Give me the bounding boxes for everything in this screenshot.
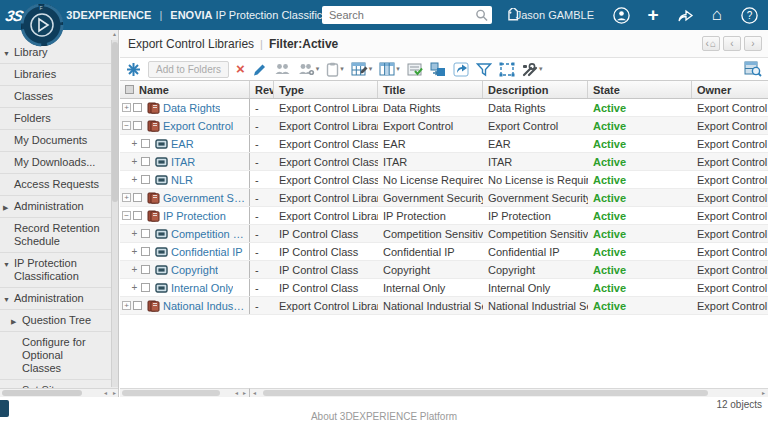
help-icon[interactable]: ? bbox=[740, 6, 758, 24]
edit-pencil-icon[interactable] bbox=[252, 60, 267, 78]
delete-icon[interactable]: × bbox=[236, 60, 245, 78]
row-checkbox[interactable] bbox=[133, 193, 142, 202]
back-home-button[interactable]: ‹ ⌂ bbox=[702, 36, 720, 51]
expand-toggle-icon[interactable]: + bbox=[122, 103, 131, 112]
table-search-icon[interactable] bbox=[744, 60, 762, 78]
object-link[interactable]: Internal Only bbox=[171, 282, 233, 294]
expand-toggle-icon[interactable]: + bbox=[130, 265, 139, 274]
row-checkbox[interactable] bbox=[141, 157, 150, 166]
add-to-folders-button[interactable]: Add to Folders bbox=[148, 61, 229, 78]
row-checkbox[interactable] bbox=[141, 265, 150, 274]
profile-icon[interactable] bbox=[612, 6, 630, 24]
sidebar-vertical-scrollbar[interactable] bbox=[111, 40, 118, 387]
column-header-owner[interactable]: Owner bbox=[692, 81, 768, 98]
scroll-left-icon[interactable]: ◂ bbox=[104, 389, 107, 397]
sidebar-item-my-documents[interactable]: My Documents bbox=[0, 130, 118, 152]
object-link[interactable]: National Industrial Security bbox=[163, 300, 247, 312]
expand-toggle-icon[interactable]: + bbox=[130, 139, 139, 148]
row-checkbox[interactable] bbox=[141, 139, 150, 148]
scroll-right-icon[interactable]: ▸ bbox=[113, 389, 116, 397]
sidebar-item-administration[interactable]: ▶Administration bbox=[0, 196, 118, 218]
column-header-name[interactable]: Name bbox=[120, 81, 250, 98]
sidebar-vertical-scroll-thumb[interactable] bbox=[112, 42, 118, 202]
expand-toggle-icon[interactable]: + bbox=[130, 247, 139, 256]
object-link[interactable]: ITAR bbox=[171, 156, 195, 168]
name-pane-scroll-thumb[interactable] bbox=[122, 390, 220, 396]
sidebar-item-record-retention-schedule[interactable]: Record Retention Schedule bbox=[0, 218, 118, 253]
sidebar-horizontal-scroll-thumb[interactable] bbox=[2, 390, 82, 396]
sidebar-horizontal-scrollbar[interactable]: ◂ ▸ bbox=[0, 388, 119, 397]
name-pane-scrollbar[interactable]: ◂ ▸ bbox=[120, 388, 250, 397]
sidebar-item-administration[interactable]: ▼Administration bbox=[0, 288, 118, 310]
columns-pane-scroll-thumb[interactable] bbox=[263, 390, 708, 396]
prev-button[interactable]: ‹ bbox=[723, 36, 741, 51]
table-columns-icon[interactable]: ▾ bbox=[379, 60, 400, 78]
expand-toggle-icon[interactable]: + bbox=[122, 193, 131, 202]
structure-compare-icon[interactable] bbox=[430, 60, 446, 78]
expand-toggle-icon[interactable]: + bbox=[130, 283, 139, 292]
row-checkbox[interactable] bbox=[133, 103, 142, 112]
object-link[interactable]: Confidential IP bbox=[171, 246, 243, 258]
object-link[interactable]: Competition Sensitive bbox=[171, 228, 247, 240]
users-settings-icon[interactable]: ▾ bbox=[298, 60, 320, 78]
users-icon[interactable] bbox=[274, 60, 291, 78]
search-input[interactable] bbox=[322, 9, 475, 21]
row-checkbox[interactable] bbox=[141, 283, 150, 292]
select-marquee-icon[interactable] bbox=[499, 60, 515, 78]
sidebar-item-folders[interactable]: Folders bbox=[0, 108, 118, 130]
row-checkbox[interactable] bbox=[141, 175, 150, 184]
filter-label[interactable]: Filter:Active bbox=[269, 37, 338, 51]
row-checkbox[interactable] bbox=[133, 121, 142, 130]
object-link[interactable]: Export Control bbox=[163, 120, 233, 132]
next-button[interactable]: › bbox=[744, 36, 762, 51]
rev-cell: - bbox=[250, 243, 274, 260]
column-header-description[interactable]: Description bbox=[483, 81, 588, 98]
share-icon[interactable] bbox=[676, 6, 694, 24]
search-icon[interactable] bbox=[475, 8, 488, 22]
column-header-rev[interactable]: Rev bbox=[250, 81, 274, 98]
list-check-icon[interactable] bbox=[407, 60, 423, 78]
expand-toggle-icon[interactable]: + bbox=[130, 175, 139, 184]
sidebar-item-libraries[interactable]: Libraries bbox=[0, 64, 118, 86]
row-checkbox[interactable] bbox=[141, 229, 150, 238]
sidebar-scroll-up-icon[interactable]: ▴ bbox=[111, 30, 118, 39]
state-cell: Active bbox=[588, 153, 692, 170]
object-link[interactable]: IP Protection bbox=[163, 210, 226, 222]
object-link[interactable]: Government Security bbox=[163, 192, 247, 204]
compass-icon[interactable]: F bbox=[20, 3, 64, 47]
tools-icon[interactable]: ▾ bbox=[522, 60, 543, 78]
object-link[interactable]: Data Rights bbox=[163, 102, 220, 114]
table-edit-icon[interactable]: ▾ bbox=[351, 60, 373, 78]
object-link[interactable]: EAR bbox=[171, 138, 194, 150]
row-checkbox[interactable] bbox=[133, 211, 142, 220]
sidebar-item-my-downloads[interactable]: My Downloads... bbox=[0, 152, 118, 174]
sidebar-item-classes[interactable]: Classes bbox=[0, 86, 118, 108]
expand-toggle-icon[interactable]: − bbox=[122, 211, 131, 220]
sidebar-item-ip-protection-classification[interactable]: ▼IP Protection Classification bbox=[0, 253, 118, 288]
sidebar-item-access-requests[interactable]: Access Requests bbox=[0, 174, 118, 196]
expand-toggle-icon[interactable]: + bbox=[130, 229, 139, 238]
filter-icon[interactable] bbox=[476, 60, 492, 78]
row-checkbox[interactable] bbox=[133, 301, 142, 310]
sidebar-item-configure-for-optional-classes[interactable]: Configure for Optional Classes bbox=[0, 332, 118, 380]
select-all-checkbox[interactable] bbox=[125, 85, 134, 94]
export-arrow-icon[interactable] bbox=[453, 60, 469, 78]
expand-toggle-icon[interactable]: + bbox=[130, 157, 139, 166]
sidebar-item-question-tree[interactable]: ▶Question Tree bbox=[0, 310, 118, 332]
column-header-title[interactable]: Title bbox=[378, 81, 483, 98]
column-header-state[interactable]: State bbox=[588, 81, 692, 98]
add-icon[interactable]: + bbox=[644, 6, 662, 24]
expand-toggle-icon[interactable]: − bbox=[122, 121, 131, 130]
expand-toggle-icon[interactable]: + bbox=[122, 301, 131, 310]
object-link[interactable]: Copyright bbox=[171, 264, 218, 276]
about-platform-link[interactable]: About 3DEXPERIENCE Platform bbox=[0, 411, 768, 422]
object-link[interactable]: NLR bbox=[171, 174, 193, 186]
column-header-type[interactable]: Type bbox=[274, 81, 378, 98]
clipboard-icon[interactable]: ▾ bbox=[326, 60, 344, 78]
create-new-icon[interactable] bbox=[126, 60, 141, 78]
row-checkbox[interactable] bbox=[141, 247, 150, 256]
home-icon[interactable]: ⌂ bbox=[708, 6, 726, 24]
tag-icon[interactable] bbox=[502, 6, 522, 24]
user-name[interactable]: Jason GAMBLE bbox=[516, 9, 594, 21]
columns-pane-scrollbar[interactable]: ◂ ▸ bbox=[250, 388, 768, 397]
